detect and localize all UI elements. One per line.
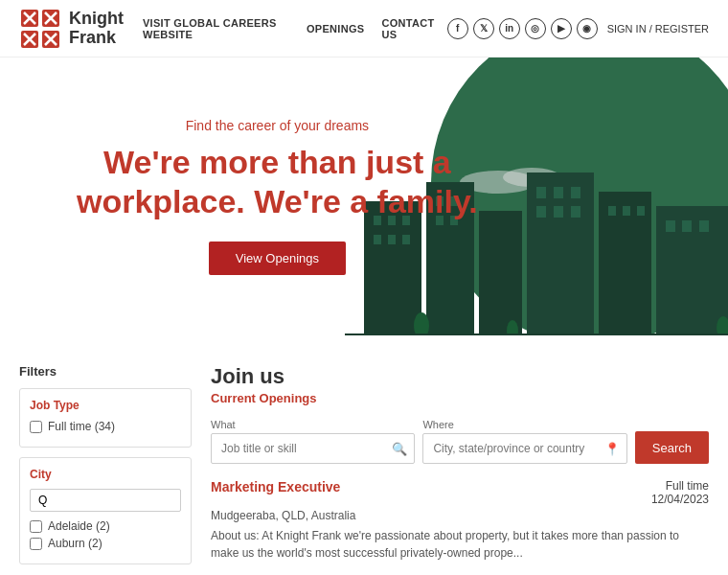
hero-subtitle: Find the career of your dreams — [77, 118, 478, 133]
svg-rect-16 — [479, 211, 522, 335]
sign-in-link[interactable]: SIGN IN — [607, 23, 647, 34]
youtube-icon[interactable]: ▶ — [551, 18, 572, 39]
filter-auburn-checkbox[interactable] — [30, 538, 42, 550]
linkedin-icon[interactable]: in — [499, 18, 520, 39]
city-filter-title: City — [30, 468, 181, 481]
svg-rect-45 — [345, 334, 728, 335]
hero-section: Find the career of your dreams We're mor… — [0, 58, 728, 335]
svg-rect-41 — [699, 220, 709, 232]
job-card: Marketing Executive Full time 12/04/2023… — [211, 479, 709, 575]
svg-rect-31 — [554, 187, 563, 198]
filter-adelaide-checkbox[interactable] — [30, 520, 42, 533]
svg-rect-39 — [666, 220, 675, 232]
site-header: Knight Frank VISIT GLOBAL CAREERS WEBSIT… — [0, 0, 728, 58]
svg-rect-40 — [682, 220, 692, 232]
sidebar-filters: Filters Job Type Full time (34) City Ade… — [19, 364, 192, 575]
svg-rect-30 — [536, 187, 546, 198]
job-search-bar: What 🔍 Where 📍 Search — [211, 419, 709, 464]
logo-name-line2: Frank — [69, 29, 124, 48]
job-meta-right: Full time 12/04/2023 — [651, 479, 709, 506]
logo-icon — [19, 8, 61, 50]
what-search-icon: 🔍 — [392, 442, 407, 456]
where-input[interactable] — [422, 433, 626, 464]
city-filter: City Adelaide (2) Auburn (2) — [19, 457, 192, 564]
svg-rect-35 — [571, 206, 580, 218]
logo[interactable]: Knight Frank — [19, 8, 124, 50]
job-description: About us: At Knight Frank we're passiona… — [211, 527, 709, 562]
social-icons: f 𝕏 in ◎ ▶ ◉ — [447, 18, 598, 39]
hero-title: We're more than just a workplace. We're … — [77, 143, 478, 221]
where-location-icon: 📍 — [604, 442, 620, 456]
job-type-filter: Job Type Full time (34) — [19, 388, 192, 448]
hero-title-line2: workplace. We're a family. — [77, 183, 478, 219]
hero-title-line1: We're more than just a — [103, 144, 451, 180]
twitter-icon[interactable]: 𝕏 — [473, 18, 494, 39]
jobs-area: Join us Current Openings What 🔍 Where 📍 … — [211, 364, 709, 575]
register-link[interactable]: REGISTER — [655, 23, 709, 34]
logo-name-line1: Knight — [69, 10, 124, 29]
rss-icon[interactable]: ◉ — [577, 18, 598, 39]
view-openings-button[interactable]: View Openings — [209, 242, 346, 275]
svg-rect-37 — [623, 206, 630, 216]
filter-item-fulltime[interactable]: Full time (34) — [30, 420, 181, 433]
city-search-input[interactable] — [30, 489, 181, 512]
openings-link[interactable]: OPENINGS — [307, 23, 364, 34]
global-careers-link[interactable]: VISIT GLOBAL CAREERS WEBSITE — [143, 17, 289, 40]
filter-item-auburn[interactable]: Auburn (2) — [30, 537, 181, 550]
svg-rect-34 — [554, 206, 563, 218]
what-input[interactable] — [211, 433, 415, 464]
where-search-field: 📍 — [422, 433, 626, 464]
job-type: Full time — [651, 479, 709, 493]
auth-links: SIGN IN / REGISTER — [607, 23, 709, 34]
what-field-wrap: What 🔍 — [211, 419, 415, 464]
filters-title: Filters — [19, 364, 192, 379]
job-title-link[interactable]: Marketing Executive — [211, 479, 340, 494]
svg-rect-32 — [571, 187, 580, 198]
search-button[interactable]: Search — [635, 431, 709, 464]
svg-rect-33 — [536, 206, 546, 218]
hero-content: Find the career of your dreams We're mor… — [77, 118, 478, 276]
auth-separator: / — [649, 23, 652, 34]
job-location: Mudgeeraba, QLD, Australia — [211, 509, 709, 522]
facebook-icon[interactable]: f — [447, 18, 468, 39]
what-label: What — [211, 419, 415, 430]
job-card-header: Marketing Executive Full time 12/04/2023 — [211, 479, 709, 506]
job-type-filter-title: Job Type — [30, 399, 181, 412]
svg-rect-38 — [637, 206, 645, 216]
filter-fulltime-checkbox[interactable] — [30, 421, 42, 433]
filter-item-adelaide[interactable]: Adelaide (2) — [30, 519, 181, 533]
where-label: Where — [422, 419, 626, 430]
instagram-icon[interactable]: ◎ — [525, 18, 546, 39]
filter-auburn-label: Auburn (2) — [48, 537, 102, 550]
job-date: 12/04/2023 — [651, 493, 709, 506]
main-content: Filters Job Type Full time (34) City Ade… — [0, 335, 728, 575]
main-nav: VISIT GLOBAL CAREERS WEBSITE OPENINGS CO… — [143, 17, 438, 40]
what-search-field: 🔍 — [211, 433, 415, 464]
filter-fulltime-label: Full time (34) — [48, 420, 115, 433]
join-title: Join us — [211, 364, 709, 389]
filter-adelaide-label: Adelaide (2) — [48, 519, 110, 533]
svg-rect-36 — [608, 206, 616, 216]
where-field-wrap: Where 📍 — [422, 419, 626, 464]
current-openings-label: Current Openings — [211, 391, 709, 405]
contact-us-link[interactable]: CONTACT US — [381, 17, 437, 40]
